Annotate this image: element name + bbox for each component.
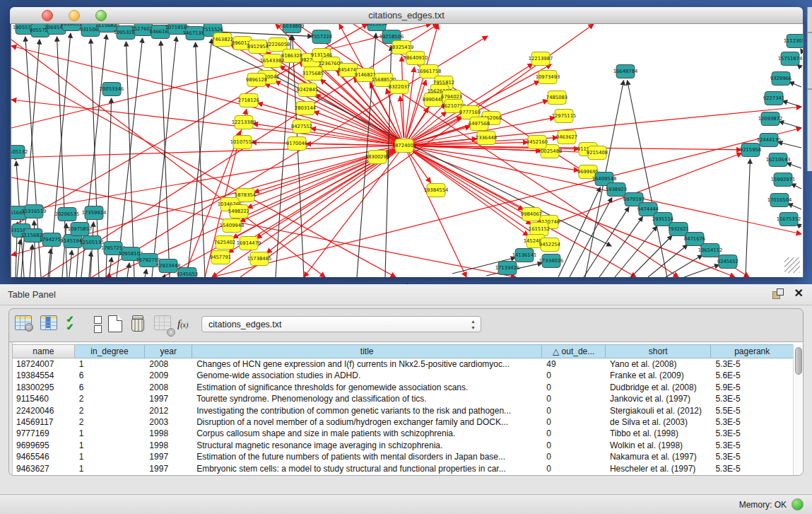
table-row[interactable]: 946554611997Estimation of the future num… (12, 451, 794, 462)
table-mode-icon[interactable] (15, 315, 33, 334)
graph-node[interactable]: 18300295 (365, 151, 390, 164)
graph-node[interactable]: 3175685 (302, 67, 324, 81)
graph-node[interactable]: 9227341 (763, 92, 784, 105)
graph-node[interactable]: 9452254 (539, 238, 560, 252)
graph-node[interactable]: 17359924 (82, 206, 107, 220)
table-select-dropdown[interactable]: citations_edges.txt ▲▼ (201, 316, 481, 332)
graph-node[interactable]: 2803144 (295, 102, 316, 115)
graph-node[interactable]: 10107553 (230, 136, 255, 149)
column-header-in_degree[interactable]: in_degree (75, 344, 146, 358)
delete-table-icon[interactable]: x (154, 315, 172, 334)
graph-node[interactable]: 12213987 (529, 52, 553, 66)
graph-node[interactable]: 17133426 (495, 262, 520, 275)
graph-node[interactable]: 15992971 (771, 173, 796, 187)
show-columns-icon[interactable] (40, 315, 59, 334)
graph-node[interactable]: 8471676 (684, 233, 705, 246)
graph-node[interactable]: 9329966 (770, 72, 792, 86)
graph-node[interactable]: 9245652 (717, 255, 739, 269)
graph-node[interactable]: 9452160 (526, 136, 548, 149)
graph-node[interactable]: 7463822 (212, 33, 233, 47)
graph-node[interactable]: 19384554 (424, 184, 449, 197)
delete-column-icon[interactable] (131, 315, 149, 334)
table-scrollbar[interactable] (793, 344, 803, 475)
graph-node[interactable]: 7485083 (546, 91, 567, 105)
table-row[interactable]: 911546021997Tourette syndrome. Phenomeno… (12, 393, 794, 404)
graph-node[interactable]: 8322037 (389, 81, 410, 94)
graph-node[interactable]: 9215408 (587, 146, 608, 160)
column-header-short[interactable]: short (606, 344, 711, 358)
graph-node[interactable]: 2336448 (476, 132, 497, 145)
graph-node[interactable]: 12923448 (156, 259, 181, 273)
table-row[interactable]: 977716911998Corpus callosum shape and si… (12, 428, 794, 439)
graph-node[interactable]: 18640910 (404, 52, 428, 65)
select-all-icon[interactable]: ✓✓ (66, 315, 84, 334)
table-row[interactable]: 1456911722003Disruption of a novel membe… (12, 416, 794, 428)
window-titlebar[interactable]: citations_edges.txt (10, 7, 803, 24)
graph-node[interactable]: 15751874 (778, 52, 803, 66)
graph-node[interactable]: 17334026 (539, 255, 564, 268)
graph-node[interactable]: 11123054 (784, 35, 803, 48)
graph-node[interactable]: 9457791 (210, 251, 231, 264)
graph-node[interactable]: 10654112 (698, 244, 723, 257)
graph-node[interactable]: 9245653 (177, 268, 198, 278)
graph-node[interactable]: 5938923 (606, 183, 627, 197)
graph-node[interactable]: 16210643 (766, 153, 791, 167)
table-row[interactable]: 946362711997Embryonic stem cells: a mode… (12, 463, 794, 474)
graph-node[interactable]: 20053346 (100, 83, 124, 96)
column-header-year[interactable]: year (145, 344, 192, 358)
create-column-icon[interactable] (108, 315, 126, 334)
table-row[interactable]: 2242004622012Investigating the contribut… (12, 405, 794, 416)
graph-node[interactable]: 16033809 (280, 24, 305, 33)
graph-node[interactable]: 9896128 (246, 74, 267, 87)
graph-node[interactable]: 7625402 (214, 236, 235, 250)
graph-node[interactable]: 10975857 (68, 223, 93, 236)
graph-node[interactable]: 12213389 (232, 116, 257, 129)
graph-node[interactable]: 12093872 (758, 112, 783, 126)
graph-node[interactable]: 8813054 (366, 24, 387, 31)
graph-node[interactable]: 16914479 (237, 237, 261, 250)
network-canvas[interactable]: 1872400719055724905572420691406201665193… (11, 24, 804, 277)
graph-node[interactable]: 8186328 (281, 49, 302, 63)
graph-node[interactable]: 15409948 (220, 219, 245, 233)
close-panel-icon[interactable]: ✕ (794, 287, 804, 300)
table-row[interactable]: 1938455462009Genome-wide association stu… (12, 370, 794, 381)
graph-node[interactable]: 9215958 (740, 144, 761, 157)
graph-node[interactable]: 15738485 (247, 252, 272, 266)
graph-node[interactable]: 10973493 (536, 71, 560, 84)
graph-node[interactable]: 20206535 (55, 208, 80, 221)
table-row[interactable]: 1830029562008Estimation of significance … (12, 382, 794, 393)
graph-node[interactable]: 5498222 (228, 205, 249, 218)
scrollbar-thumb[interactable] (795, 347, 802, 375)
graph-node[interactable]: 16543382 (260, 54, 285, 68)
graph-node[interactable]: 9463627 (556, 131, 577, 144)
column-header-out_de[interactable]: △ out_de... (542, 344, 606, 358)
graph-node[interactable]: 14136141 (512, 249, 537, 262)
graph-node[interactable]: 12444135 (757, 134, 782, 147)
graph-node[interactable]: 9242845 (297, 83, 318, 97)
table-row[interactable]: 1872400712008Changes of HCN gene express… (12, 358, 794, 370)
graph-node[interactable]: 15316519 (22, 205, 47, 218)
row-height-icon[interactable] (88, 316, 107, 334)
graph-node[interactable]: 17016504 (767, 194, 792, 207)
citation-graph[interactable]: 1872400719055724905572420691406201665193… (11, 24, 803, 277)
graph-node[interactable]: 7557224 (311, 30, 332, 44)
column-header-title[interactable]: title (192, 344, 542, 358)
function-builder-icon[interactable]: f(x) (177, 317, 196, 336)
graph-node[interactable]: 2016651 (61, 24, 82, 31)
graph-node[interactable]: 16648784 (613, 65, 638, 78)
column-header-pagerank[interactable]: pagerank (711, 344, 794, 358)
graph-node[interactable]: 2718126 (238, 94, 259, 107)
graph-node[interactable]: 1615152 (529, 223, 550, 236)
graph-node[interactable]: 11675352 (777, 213, 801, 226)
canvas-resize-grip[interactable] (784, 257, 800, 273)
graph-node[interactable]: 12505132 (11, 146, 28, 159)
graph-node[interactable]: 6497568 (469, 117, 490, 131)
hub-node[interactable]: 18724007 (392, 139, 417, 153)
graph-node[interactable]: 12975115 (552, 110, 577, 123)
table-row[interactable]: 969969511998Structural magnetic resonanc… (12, 440, 794, 451)
memory-status-button[interactable] (792, 498, 804, 510)
float-panel-icon[interactable] (772, 288, 784, 300)
column-header-name[interactable]: name (12, 344, 75, 358)
graph-node[interactable]: 8427552 (291, 120, 312, 134)
graph-node[interactable]: 9170046 (286, 137, 307, 151)
